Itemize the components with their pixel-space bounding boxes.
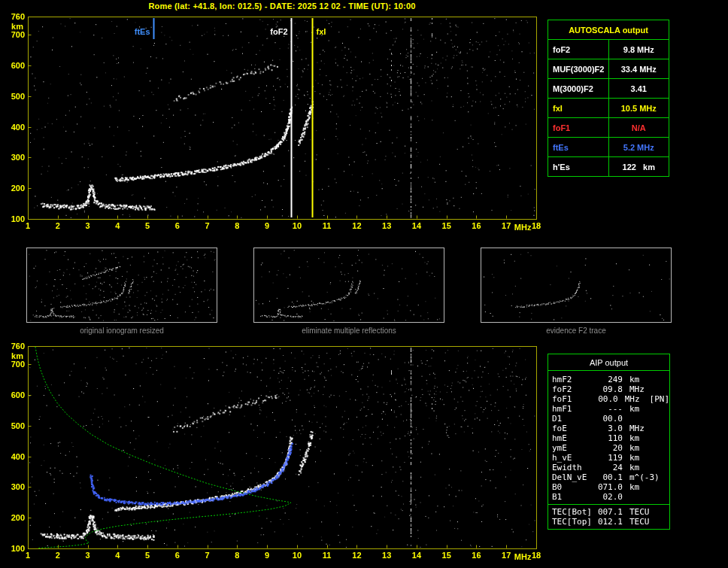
param-label: foF1 (548, 118, 609, 138)
param-unit: m^(-3) (629, 472, 654, 482)
param-name: D1 (552, 414, 596, 424)
param-label: foF2 (548, 40, 609, 59)
autoscala-table-title: AUTOSCALA output (548, 20, 669, 40)
param-unit (629, 492, 654, 502)
param-value: 00.0 (593, 394, 618, 404)
thumbnail-no-multiples-chart (253, 248, 444, 323)
aip-panel-title: AIP output (548, 354, 669, 371)
param-unit: MHz (625, 394, 648, 404)
thumbnail-f2-trace: evidence F2 trace (481, 248, 672, 335)
param-label: M(3000)F2 (548, 79, 609, 99)
table-row-hEs: h'Es 122 km (548, 157, 669, 177)
table-row-MUF3000F2: MUF(3000)F2 33.4 MHz (548, 59, 669, 79)
param-unit: TECU (629, 517, 654, 527)
aip-row-TEC-Bot: TEC[Bot]007.1TECU (552, 507, 669, 517)
param-value: 9.8 MHz (608, 40, 669, 59)
table-row-fxI: fxI 10.5 MHz (548, 99, 669, 118)
aip-row-B1: B102.0 (552, 492, 669, 502)
table-header-row: AUTOSCALA output (548, 20, 669, 40)
param-value: 249 (596, 375, 623, 384)
param-value: 20 (596, 443, 623, 453)
param-value: 119 (596, 453, 623, 463)
param-name: hmF1 (552, 404, 596, 414)
param-name: foE (552, 424, 596, 433)
autoscala-output-table: AUTOSCALA output foF2 9.8 MHz MUF(3000)F… (548, 20, 669, 177)
param-name: Ewidth (552, 463, 596, 472)
param-value: 00.1 (596, 472, 623, 482)
aip-row-DelN_vE: DelN_vE00.1m^(-3) (552, 472, 669, 482)
param-value: 00.0 (596, 414, 623, 424)
param-value: --- (596, 404, 623, 414)
param-value: 3.41 (608, 79, 669, 99)
param-label: MUF(3000)F2 (548, 59, 609, 79)
param-note: [PN] (650, 394, 670, 404)
processing-thumbnails: original ionogram resized eliminate mult… (26, 248, 672, 335)
aip-row-B0: B0071.0km (552, 482, 669, 492)
param-unit: km (629, 443, 654, 453)
param-value: 007.1 (596, 507, 623, 517)
table-row-ftEs: ftEs 5.2 MHz (548, 138, 669, 157)
param-name: B0 (552, 482, 596, 492)
param-value: 10.5 MHz (608, 99, 669, 118)
aip-row-hmE: hmE110km (552, 433, 669, 443)
param-value: 02.0 (596, 492, 623, 502)
param-value: 5.2 MHz (608, 138, 669, 157)
param-unit: km (629, 453, 654, 463)
param-name: foF2 (552, 384, 596, 394)
param-unit: km (629, 482, 654, 492)
param-value: 122 km (608, 157, 669, 177)
param-unit: MHz (629, 424, 654, 433)
param-value: N/A (608, 118, 669, 138)
param-value: 24 (596, 463, 623, 472)
thumbnail-original: original ionogram resized (26, 248, 217, 335)
param-label: h'Es (548, 157, 609, 177)
param-name: hmF2 (552, 375, 596, 384)
bottom-ionogram-chart (0, 340, 549, 567)
param-label: fxI (548, 99, 609, 118)
table-row-M3000F2: M(3000)F2 3.41 (548, 79, 669, 99)
param-name: h_vE (552, 453, 596, 463)
param-value: 33.4 MHz (608, 59, 669, 79)
aip-output-panel: AIP output hmF2249km foF209.8MHz foF100.… (548, 354, 670, 530)
aip-row-foF2: foF209.8MHz (552, 384, 669, 394)
page-title: Rome (lat: +41.8, lon: 012.5) - DATE: 20… (28, 2, 536, 11)
param-name: foF1 (552, 394, 593, 404)
param-value: 3.0 (596, 424, 623, 433)
aip-row-Ewidth: Ewidth24km (552, 463, 669, 472)
param-label: ftEs (548, 138, 609, 157)
param-unit: km (629, 463, 654, 472)
aip-row-TEC-Top: TEC[Top]012.1TECU (552, 517, 669, 527)
param-name: TEC[Top] (552, 517, 596, 527)
autoscala-screen: Rome (lat: +41.8, lon: 012.5) - DATE: 20… (0, 0, 728, 568)
param-value: 012.1 (596, 517, 623, 527)
param-unit: km (629, 375, 654, 384)
aip-row-ymE: ymE20km (552, 443, 669, 453)
param-unit (629, 414, 654, 424)
param-unit: km (629, 433, 654, 443)
top-ionogram-chart (0, 11, 549, 238)
thumbnail-no-multiples: eliminate multiple reflections (253, 248, 444, 335)
thumbnail-f2-trace-chart (481, 248, 672, 323)
thumbnail-caption: eliminate multiple reflections (253, 327, 444, 335)
thumbnail-original-chart (26, 248, 217, 323)
param-unit: MHz (629, 384, 654, 394)
aip-row-hmF1: hmF1---km (552, 404, 669, 414)
aip-tec-section: TEC[Bot]007.1TECU TEC[Top]012.1TECU (548, 504, 669, 529)
param-name: DelN_vE (552, 472, 596, 482)
aip-row-D1: D100.0 (552, 414, 669, 424)
param-name: TEC[Bot] (552, 507, 596, 517)
param-value: 071.0 (596, 482, 623, 492)
param-name: hmE (552, 433, 596, 443)
param-name: B1 (552, 492, 596, 502)
table-row-foF1: foF1 N/A (548, 118, 669, 138)
thumbnail-caption: evidence F2 trace (481, 327, 672, 335)
aip-row-h_vE: h_vE119km (552, 453, 669, 463)
param-name: ymE (552, 443, 596, 453)
aip-rows: hmF2249km foF209.8MHz foF100.0MHz[PN] hm… (548, 371, 669, 504)
table-row-foF2: foF2 9.8 MHz (548, 40, 669, 59)
param-value: 09.8 (596, 384, 623, 394)
aip-row-foF1: foF100.0MHz[PN] (552, 394, 669, 404)
aip-row-hmF2: hmF2249km (552, 375, 669, 384)
aip-row-foE: foE3.0MHz (552, 424, 669, 433)
param-unit: TECU (629, 507, 654, 517)
